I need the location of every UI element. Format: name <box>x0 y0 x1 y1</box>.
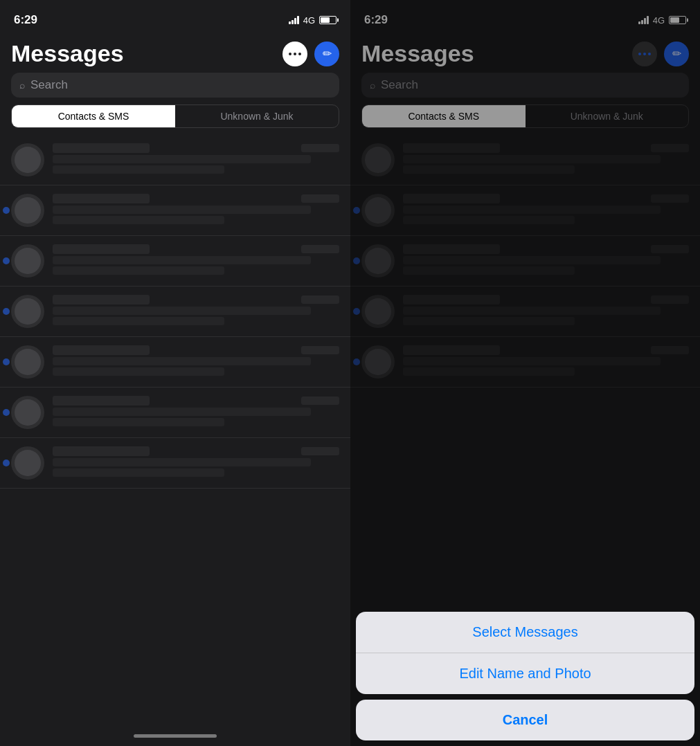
action-sheet-group: Select Messages Edit Name and Photo <box>356 612 694 694</box>
cancel-button[interactable]: Cancel <box>356 700 694 740</box>
message-list-left <box>0 135 350 725</box>
avatar <box>11 396 44 429</box>
left-panel: 6:29 4G Messages <box>0 0 350 746</box>
unread-indicator <box>3 257 10 264</box>
unread-indicator <box>3 308 10 315</box>
edit-name-photo-button[interactable]: Edit Name and Photo <box>356 653 694 694</box>
more-dots-icon-left <box>289 53 301 55</box>
battery-icon-left <box>319 16 336 24</box>
search-bar-left[interactable]: ⌕ Search <box>11 73 339 98</box>
page-title-left: Messages <box>11 40 124 67</box>
select-messages-button[interactable]: Select Messages <box>356 612 694 653</box>
unread-indicator <box>3 207 10 214</box>
home-indicator-left <box>0 725 350 746</box>
list-item[interactable] <box>0 236 350 286</box>
avatar <box>11 194 44 227</box>
header-actions-left: ✏ <box>282 42 339 66</box>
tab-contacts-sms-left[interactable]: Contacts & SMS <box>12 105 175 127</box>
signal-icon-left <box>289 16 299 24</box>
list-item[interactable] <box>0 185 350 236</box>
avatar <box>11 446 44 480</box>
tabs-left: Contacts & SMS Unknown & Junk <box>11 104 339 128</box>
search-icon-left: ⌕ <box>19 80 25 91</box>
more-options-button-left[interactable] <box>282 42 307 66</box>
unread-indicator <box>3 409 10 416</box>
avatar <box>11 295 44 328</box>
compose-icon-left: ✏ <box>323 47 332 60</box>
unread-indicator <box>3 460 10 466</box>
list-item[interactable] <box>0 388 350 438</box>
status-icons-left: 4G <box>289 15 336 26</box>
list-item[interactable] <box>0 135 350 185</box>
time-left: 6:29 <box>14 13 37 27</box>
list-item[interactable] <box>0 337 350 388</box>
avatar <box>11 143 44 176</box>
list-item[interactable] <box>0 286 350 337</box>
unread-indicator <box>3 358 10 365</box>
tab-unknown-junk-left[interactable]: Unknown & Junk <box>175 105 339 127</box>
status-bar-left: 6:29 4G <box>0 0 350 35</box>
avatar <box>11 244 44 278</box>
avatar <box>11 345 44 379</box>
header-left: Messages ✏ <box>0 35 350 73</box>
search-placeholder-left: Search <box>30 78 68 92</box>
compose-button-left[interactable]: ✏ <box>314 42 339 66</box>
action-sheet: Select Messages Edit Name and Photo Canc… <box>350 612 700 746</box>
list-item[interactable] <box>0 438 350 489</box>
network-label-left: 4G <box>303 15 315 26</box>
right-panel: 6:29 4G Messages <box>350 0 700 746</box>
